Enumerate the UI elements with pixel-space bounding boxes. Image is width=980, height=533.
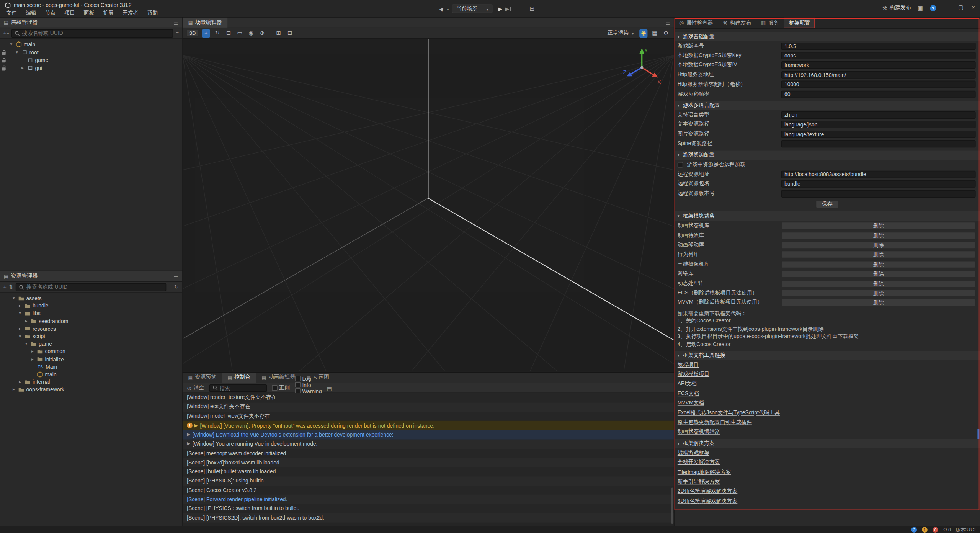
menu-item[interactable]: 开发者: [118, 9, 143, 17]
field-input[interactable]: [781, 190, 976, 198]
tree-node[interactable]: TS internal: [0, 378, 182, 386]
console-search[interactable]: [209, 384, 266, 392]
log-row[interactable]: ! ▶ [Window] Download the Vue Devtools e…: [183, 430, 674, 439]
expander-icon[interactable]: [9, 42, 14, 47]
expand-arrow-icon[interactable]: ▶: [187, 432, 193, 437]
refresh-icon[interactable]: ↻: [174, 284, 179, 290]
create-node-button[interactable]: +▾: [3, 30, 9, 36]
log-filter[interactable]: Info: [295, 382, 322, 388]
tree-node[interactable]: TS assets: [0, 294, 182, 302]
log-row[interactable]: ! ▶ [Scene] [PHYSICS]: switch from built…: [183, 504, 674, 513]
panel-menu-icon[interactable]: ☰: [665, 20, 670, 25]
tree-node[interactable]: TS initialize: [0, 355, 182, 363]
scrollbar-thumb[interactable]: [977, 429, 979, 439]
expand-arrow-icon[interactable]: ▶: [194, 423, 200, 428]
lighting-toggle-icon[interactable]: ◉: [639, 29, 647, 37]
minimize-button[interactable]: —: [944, 4, 950, 10]
solution-link[interactable]: 战棋游戏框架: [678, 450, 709, 457]
axis-gizmo[interactable]: Y X Z: [623, 45, 663, 85]
panel-menu-icon[interactable]: ☰: [174, 20, 178, 25]
close-button[interactable]: ×: [972, 4, 975, 10]
log-row[interactable]: ! ▶ [Window] model_view文件夹不存在: [183, 412, 674, 421]
tree-node[interactable]: TS Main: [0, 363, 182, 371]
scene-select[interactable]: 当前场景 ▾: [452, 4, 493, 13]
doc-link[interactable]: 游戏模板项目: [678, 371, 709, 378]
field-input[interactable]: [781, 131, 976, 138]
clear-console-button[interactable]: ⊘ 清空: [187, 384, 204, 392]
notification-count[interactable]: Ω 0: [943, 527, 951, 533]
tree-node[interactable]: TS root: [0, 49, 182, 56]
inspector-tab[interactable]: ◎ ⚒ ▥ 服务: [756, 18, 784, 28]
scene-editor-tab[interactable]: ▦ 场景编辑器: [183, 18, 228, 28]
console-search-input[interactable]: [220, 385, 263, 391]
scale-tool-icon[interactable]: ⊡: [225, 29, 233, 37]
tree-node[interactable]: TS gui: [0, 64, 182, 72]
tree-node[interactable]: TS game: [0, 340, 182, 348]
section-basic-config[interactable]: ▾ 游戏基础配置: [675, 32, 980, 41]
log-row[interactable]: ! ▶ [Scene] Cocos Creator v3.8.2: [183, 486, 674, 495]
snap-step-icon[interactable]: ⊟: [286, 29, 294, 37]
tree-node[interactable]: TS resources: [0, 325, 182, 333]
save-button[interactable]: 保存: [816, 200, 839, 208]
tree-node[interactable]: TS seedrandom: [0, 317, 182, 325]
menu-item[interactable]: 编辑: [21, 9, 41, 17]
log-row[interactable]: ! ▶ [Scene] [PHYSICS]: using builtin.: [183, 476, 674, 486]
field-input[interactable]: [781, 171, 976, 178]
delete-button[interactable]: 删除: [781, 289, 976, 297]
inspector-tab[interactable]: ◎ ⚒ ▥ 框架配置: [784, 18, 815, 28]
lock-icon[interactable]: [2, 58, 6, 62]
menu-item[interactable]: 面板: [79, 9, 99, 17]
log-row[interactable]: ! ▶ [Scene] Forward render pipeline init…: [183, 495, 674, 504]
rect-tool-icon[interactable]: ▭: [236, 29, 244, 37]
solution-link[interactable]: Tiledmap地图解决方案: [678, 469, 731, 476]
delete-button[interactable]: 删除: [781, 241, 976, 249]
move-tool-icon[interactable]: +: [202, 29, 210, 37]
regex-toggle[interactable]: 正则: [271, 384, 289, 392]
field-input[interactable]: [781, 81, 976, 88]
doc-link[interactable]: API文档: [678, 380, 697, 388]
tree-node[interactable]: TS main: [0, 371, 182, 378]
filter-checkbox[interactable]: [295, 382, 301, 388]
world-local-toggle-icon[interactable]: ◉: [247, 29, 255, 37]
log-row[interactable]: ! ▶ [Window] render_texture文件夹不存在: [183, 393, 674, 402]
menu-item[interactable]: 项目: [60, 9, 80, 17]
expander-icon[interactable]: [15, 50, 20, 55]
regex-checkbox[interactable]: [271, 385, 277, 391]
export-log-icon[interactable]: ▤: [327, 385, 332, 391]
menu-item[interactable]: 节点: [41, 9, 60, 17]
delete-button[interactable]: 删除: [781, 222, 976, 230]
field-input[interactable]: [781, 90, 976, 98]
tree-node[interactable]: TS main: [0, 41, 182, 48]
delete-button[interactable]: 删除: [781, 251, 976, 258]
inspector-tab[interactable]: ◎ ⚒ ▥ 构建发布: [718, 18, 756, 28]
field-input[interactable]: [781, 111, 976, 119]
expander-icon[interactable]: [18, 326, 23, 331]
field-input[interactable]: [781, 62, 976, 69]
expander-icon[interactable]: [18, 311, 23, 316]
tree-node[interactable]: TS game: [0, 56, 182, 64]
section-docs[interactable]: ▾ 框架文档工具链接: [675, 351, 980, 360]
expander-icon[interactable]: [30, 357, 35, 362]
hierarchy-search[interactable]: [11, 29, 173, 37]
snap-grid-icon[interactable]: ⊞: [274, 29, 283, 37]
field-input[interactable]: [781, 52, 976, 60]
expander-icon[interactable]: [18, 334, 23, 339]
doc-link[interactable]: 原生包热更新配置自动生成插件: [678, 419, 752, 427]
menu-item[interactable]: 扩展: [99, 9, 118, 17]
remote-load-checkbox[interactable]: [678, 162, 683, 168]
menu-item[interactable]: 文件: [2, 9, 21, 17]
filter-icon[interactable]: ≡: [176, 30, 179, 36]
play-button[interactable]: ▶: [498, 6, 502, 12]
help-icon[interactable]: ?: [930, 5, 936, 11]
doc-link[interactable]: 动画状态机编辑器: [678, 428, 720, 436]
filter-icon[interactable]: ≡: [169, 284, 172, 290]
solution-link[interactable]: 新手引导解决方案: [678, 478, 720, 486]
menu-item[interactable]: 帮助: [143, 9, 162, 17]
lock-icon[interactable]: [2, 50, 6, 55]
field-input[interactable]: [781, 71, 976, 79]
log-row[interactable]: ! ▶ [Window] ecs文件夹不存在: [183, 402, 674, 412]
delete-button[interactable]: 删除: [781, 299, 976, 307]
expander-icon[interactable]: [30, 349, 35, 354]
field-input[interactable]: [781, 140, 976, 148]
expander-icon[interactable]: [11, 296, 16, 301]
